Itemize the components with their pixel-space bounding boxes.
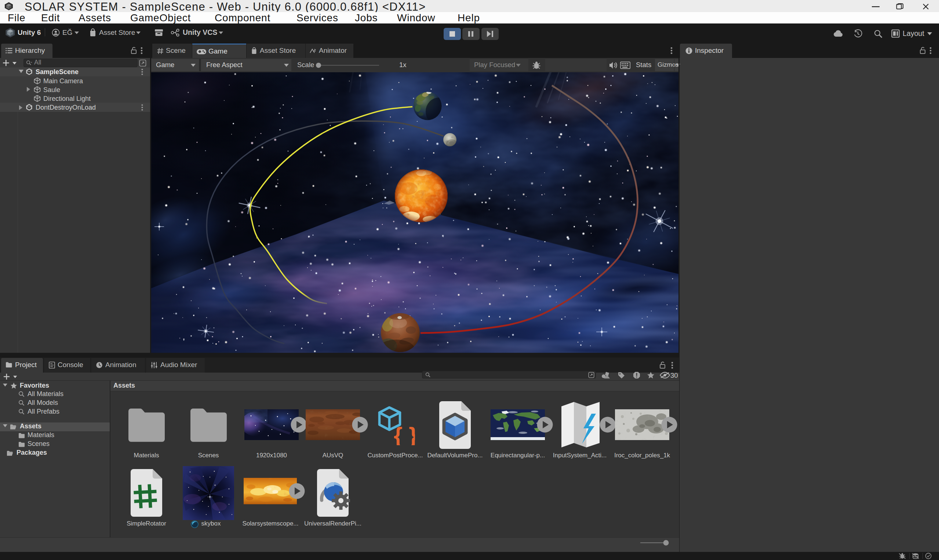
svg-text:{ }: { } <box>394 423 415 445</box>
